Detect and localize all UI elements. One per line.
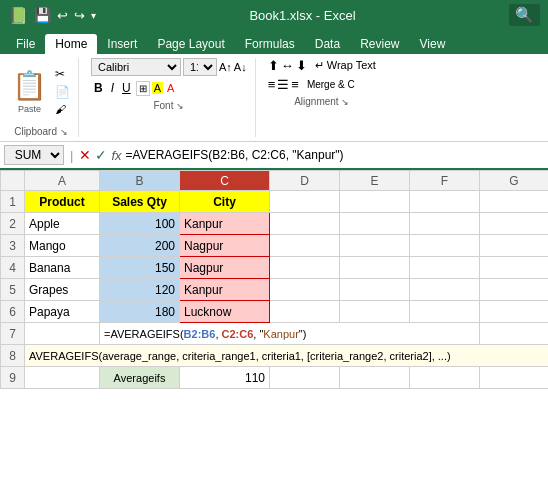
cell-b2[interactable]: 100: [100, 213, 180, 235]
formula-cancel-icon[interactable]: ✕: [79, 147, 91, 163]
cell-e4[interactable]: [340, 257, 410, 279]
cell-f3[interactable]: [410, 235, 480, 257]
cell-g9[interactable]: [480, 367, 549, 389]
cell-a5[interactable]: Grapes: [25, 279, 100, 301]
cell-d2[interactable]: [270, 213, 340, 235]
cell-g6[interactable]: [480, 301, 549, 323]
cell-g7[interactable]: [480, 323, 549, 345]
tab-formulas[interactable]: Formulas: [235, 34, 305, 54]
col-header-b[interactable]: B: [100, 171, 180, 191]
align-top-icon[interactable]: ⬆: [268, 58, 279, 73]
cell-b6[interactable]: 180: [100, 301, 180, 323]
cell-g4[interactable]: [480, 257, 549, 279]
cell-d6[interactable]: [270, 301, 340, 323]
col-header-d[interactable]: D: [270, 171, 340, 191]
cell-a6[interactable]: Papaya: [25, 301, 100, 323]
cell-d3[interactable]: [270, 235, 340, 257]
cell-a2[interactable]: Apple: [25, 213, 100, 235]
font-color-icon[interactable]: A: [165, 82, 176, 94]
cell-c1[interactable]: City: [180, 191, 270, 213]
redo-icon[interactable]: ↪: [74, 8, 85, 23]
highlight-icon[interactable]: A: [152, 82, 163, 94]
formula-content[interactable]: =AVERAGEIFS(B2:B6, C2:C6, "Kanpur"): [126, 148, 344, 162]
cell-a9[interactable]: [25, 367, 100, 389]
cell-a1[interactable]: Product: [25, 191, 100, 213]
search-icon[interactable]: 🔍: [509, 4, 540, 26]
cell-d9[interactable]: [270, 367, 340, 389]
merge-cells-icon[interactable]: Merge & C: [307, 79, 355, 90]
cell-a3[interactable]: Mango: [25, 235, 100, 257]
font-size-select[interactable]: 11: [183, 58, 217, 76]
cell-e6[interactable]: [340, 301, 410, 323]
align-left-icon[interactable]: ≡: [268, 77, 276, 92]
tab-file[interactable]: File: [6, 34, 45, 54]
col-header-f[interactable]: F: [410, 171, 480, 191]
cell-g5[interactable]: [480, 279, 549, 301]
tab-review[interactable]: Review: [350, 34, 409, 54]
cut-icon[interactable]: ✂: [55, 67, 70, 81]
cell-a7[interactable]: [25, 323, 100, 345]
format-painter-icon[interactable]: 🖌: [55, 103, 70, 115]
tab-insert[interactable]: Insert: [97, 34, 147, 54]
undo-icon[interactable]: ↩: [57, 8, 68, 23]
col-header-g[interactable]: G: [480, 171, 549, 191]
formula-confirm-icon[interactable]: ✓: [95, 147, 107, 163]
cell-e1[interactable]: [340, 191, 410, 213]
cell-b1[interactable]: Sales Qty: [100, 191, 180, 213]
cell-e2[interactable]: [340, 213, 410, 235]
align-middle-icon[interactable]: ↔: [281, 58, 294, 73]
title-bar: 📗 💾 ↩ ↪ ▾ Book1.xlsx - Excel 🔍: [0, 0, 548, 30]
fx-label: fx: [111, 148, 121, 163]
save-icon[interactable]: 💾: [34, 7, 51, 23]
corner-cell: [1, 171, 25, 191]
cell-a4[interactable]: Banana: [25, 257, 100, 279]
paste-icon[interactable]: 📋: [12, 69, 47, 102]
cell-c2[interactable]: Kanpur: [180, 213, 270, 235]
cell-d5[interactable]: [270, 279, 340, 301]
window-title: Book1.xlsx - Excel: [96, 8, 509, 23]
font-increase-icon[interactable]: A↑: [219, 61, 232, 73]
underline-button[interactable]: U: [119, 80, 134, 96]
cell-e3[interactable]: [340, 235, 410, 257]
cell-f6[interactable]: [410, 301, 480, 323]
cell-f5[interactable]: [410, 279, 480, 301]
cell-f4[interactable]: [410, 257, 480, 279]
cell-g3[interactable]: [480, 235, 549, 257]
cell-c3[interactable]: Nagpur: [180, 235, 270, 257]
font-decrease-icon[interactable]: A↓: [234, 61, 247, 73]
border-icon[interactable]: ⊞: [136, 81, 150, 96]
font-family-select[interactable]: Calibri: [91, 58, 181, 76]
wrap-text-icon[interactable]: ↵ Wrap Text: [315, 59, 376, 72]
cell-d1[interactable]: [270, 191, 340, 213]
cell-g1[interactable]: [480, 191, 549, 213]
cell-b4[interactable]: 150: [100, 257, 180, 279]
cell-f2[interactable]: [410, 213, 480, 235]
col-header-e[interactable]: E: [340, 171, 410, 191]
cell-c5[interactable]: Kanpur: [180, 279, 270, 301]
tab-home[interactable]: Home: [45, 34, 97, 54]
cell-e9[interactable]: [340, 367, 410, 389]
cell-b3[interactable]: 200: [100, 235, 180, 257]
align-right-icon[interactable]: ≡: [291, 77, 299, 92]
copy-icon[interactable]: 📄: [55, 85, 70, 99]
align-center-icon[interactable]: ☰: [277, 77, 289, 92]
cell-c6[interactable]: Lucknow: [180, 301, 270, 323]
cell-f1[interactable]: [410, 191, 480, 213]
cell-reference-box[interactable]: SUM: [4, 145, 64, 165]
cell-b5[interactable]: 120: [100, 279, 180, 301]
ribbon: 📋 Paste ✂ 📄 🖌 Clipboard ↘ Calibri 11 A↑ …: [0, 54, 548, 142]
align-bottom-icon[interactable]: ⬇: [296, 58, 307, 73]
cell-f9[interactable]: [410, 367, 480, 389]
main-table: A B C D E F G 1 Product Sales Qty City 2…: [0, 170, 548, 389]
tab-data[interactable]: Data: [305, 34, 350, 54]
bold-button[interactable]: B: [91, 80, 106, 96]
cell-g2[interactable]: [480, 213, 549, 235]
col-header-a[interactable]: A: [25, 171, 100, 191]
cell-c4[interactable]: Nagpur: [180, 257, 270, 279]
cell-e5[interactable]: [340, 279, 410, 301]
italic-button[interactable]: I: [108, 80, 117, 96]
cell-d4[interactable]: [270, 257, 340, 279]
col-header-c[interactable]: C: [180, 171, 270, 191]
tab-page-layout[interactable]: Page Layout: [147, 34, 234, 54]
tab-view[interactable]: View: [410, 34, 456, 54]
